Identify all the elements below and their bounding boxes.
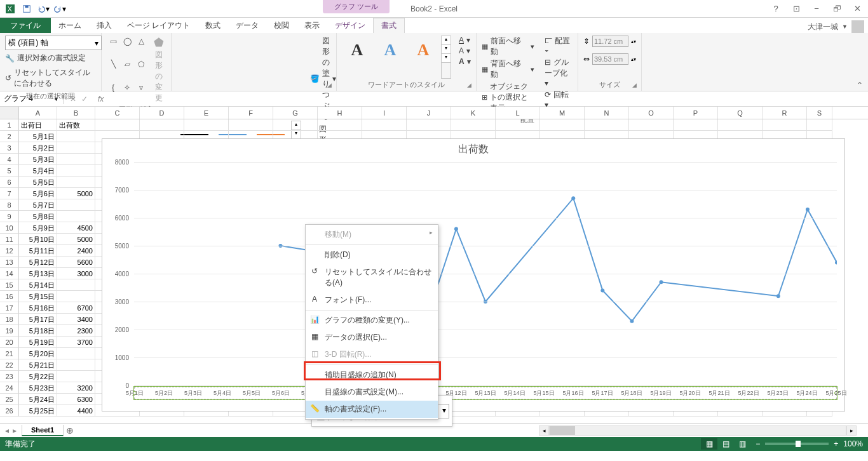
restore-button[interactable]: 🗗 xyxy=(830,4,844,13)
group-arrange: ▦ 前面へ移動 ▾ ▦ 背面へ移動 ▾ ⊞ オブジェクトの選択と表示 ⫍ 配置 … xyxy=(477,33,578,91)
align-button[interactable]: ⫍ 配置 ▾ xyxy=(545,36,573,55)
format-selection-button[interactable]: 🔧選択対象の書式設定 xyxy=(5,51,96,65)
excel-icon[interactable]: X xyxy=(3,1,18,17)
tab-nav-prev[interactable]: ◂ xyxy=(5,426,9,435)
zoom-level[interactable]: 100% xyxy=(843,439,863,448)
tab-home[interactable]: ホーム xyxy=(51,18,89,33)
tab-insert[interactable]: 挿入 xyxy=(89,18,119,33)
svg-point-17 xyxy=(806,208,810,211)
ctx-select-data[interactable]: ▦データの選択(E)... xyxy=(306,329,438,346)
group-size: ⇕11.72 cm▴▾ ⇔39.53 cm▴▾ サイズ ◢ xyxy=(578,33,642,91)
tab-nav-next[interactable]: ▸ xyxy=(13,426,17,435)
tab-review[interactable]: 校閲 xyxy=(266,18,297,33)
ribbon-tabs: ファイル ホーム 挿入 ページ レイアウト 数式 データ 校閲 表示 デザイン … xyxy=(0,18,868,33)
quick-access-toolbar: X ▾ ▾ xyxy=(0,1,70,17)
ctx-delete[interactable]: 削除(D) xyxy=(306,246,438,264)
svg-point-16 xyxy=(776,294,780,298)
view-normal-button[interactable]: ▦ xyxy=(701,438,717,450)
shape-styles-dialog-launcher[interactable]: ◢ xyxy=(327,82,335,90)
ctx-font[interactable]: Aフォント(F)... xyxy=(306,291,438,309)
window-title: Book2 - Excel xyxy=(410,4,458,13)
help-button[interactable]: ? xyxy=(769,4,783,13)
context-menu: 移動(M)▸ 削除(D) ↺リセットしてスタイルに合わせる(A) Aフォント(F… xyxy=(305,224,438,420)
group-current-selection: 横 (項目) 軸▾ 🔧選択対象の書式設定 ↺リセットしてスタイルに合わせる 現在… xyxy=(0,33,102,91)
sheet-tab-1[interactable]: Sheet1 xyxy=(22,425,64,436)
statusbar: 準備完了 ▦ ▤ ▥ − + 100% xyxy=(0,437,868,451)
group-insert-shapes: ▭◯△ ╲▱⬠ {✧▿ ⬟図形の 変更 図形の挿入 xyxy=(102,33,172,91)
text-effects-button[interactable]: A▾ xyxy=(459,57,471,66)
svg-point-13 xyxy=(600,288,604,292)
titlebar: X ▾ ▾ グラフ ツール Book2 - Excel ? ⊡ − 🗗 ✕ xyxy=(0,0,868,18)
row-headers[interactable]: 1234567891011121314151617181920212223242… xyxy=(0,119,19,423)
ctx-move: 移動(M)▸ xyxy=(306,226,438,243)
plot-area[interactable] xyxy=(134,162,837,385)
width-input[interactable]: ⇔39.53 cm▴▾ xyxy=(583,53,636,65)
tab-file[interactable]: ファイル xyxy=(0,18,51,33)
collapse-ribbon-button[interactable]: ⌃ xyxy=(854,81,865,90)
ribbon-options-button[interactable]: ⊡ xyxy=(789,4,803,13)
redo-icon[interactable]: ▾ xyxy=(52,1,67,17)
tab-design[interactable]: デザイン xyxy=(327,18,373,33)
svg-rect-5 xyxy=(25,5,28,8)
change-shape-button[interactable]: ⬟図形の 変更 xyxy=(151,36,166,104)
minimize-button[interactable]: − xyxy=(810,4,824,13)
text-fill-button[interactable]: A▾ xyxy=(459,36,471,44)
column-headers[interactable]: ABCDEFGHIJKLMNOPQRS xyxy=(0,107,868,119)
wordart-gallery[interactable]: A A A ▴▾▾ xyxy=(342,36,451,79)
bring-forward-button[interactable]: ▦ 前面へ移動 ▾ xyxy=(482,36,534,57)
svg-point-15 xyxy=(660,280,663,284)
ctx-reset[interactable]: ↺リセットしてスタイルに合わせる(A) xyxy=(306,264,438,291)
horizontal-scrollbar[interactable]: ◂▸ xyxy=(539,425,857,436)
ctx-add-minor-gridlines[interactable]: 補助目盛線の追加(N) xyxy=(306,366,438,384)
wordart-dialog-launcher[interactable]: ◢ xyxy=(467,82,475,90)
save-icon[interactable] xyxy=(19,1,34,17)
reset-style-button[interactable]: ↺リセットしてスタイルに合わせる xyxy=(5,66,96,90)
ctx-gridline-format[interactable]: 目盛線の書式設定(M)... xyxy=(306,384,438,401)
select-all-corner[interactable] xyxy=(0,107,19,119)
height-input[interactable]: ⇕11.72 cm▴▾ xyxy=(583,36,636,47)
svg-point-12 xyxy=(571,196,575,200)
tab-data[interactable]: データ xyxy=(228,18,266,33)
tab-page-layout[interactable]: ページ レイアウト xyxy=(119,18,198,33)
group-shape-styles: ▴▾▾ 🪣図形の塗りつぶし▾ ✎図形の枠線▾ ◐図形の効果▾ 図形のスタイル ◢ xyxy=(172,33,337,91)
svg-point-10 xyxy=(454,227,458,231)
y-axis[interactable]: 010002000300040005000600070008000 xyxy=(102,162,132,385)
status-ready: 準備完了 xyxy=(5,439,36,450)
view-page-break-button[interactable]: ▥ xyxy=(734,438,750,450)
send-backward-button[interactable]: ▦ 背面へ移動 ▾ xyxy=(482,58,534,80)
group-button[interactable]: ⊟ グループ化 ▾ xyxy=(545,57,573,88)
svg-point-18 xyxy=(835,260,837,264)
undo-icon[interactable]: ▾ xyxy=(36,1,51,17)
fx-icon[interactable]: fx xyxy=(94,95,107,104)
worksheet: ABCDEFGHIJKLMNOPQRS 12345678910111213141… xyxy=(0,107,868,423)
tab-formulas[interactable]: 数式 xyxy=(198,18,228,33)
x-axis-selected[interactable]: 5月1日5月2日5月3日5月4日5月5日5月6日5月7日5月8日5月9日5月10… xyxy=(134,387,837,399)
zoom-slider[interactable] xyxy=(765,443,829,445)
zoom-out-button[interactable]: − xyxy=(756,439,760,448)
size-dialog-launcher[interactable]: ◢ xyxy=(632,82,640,90)
chart-tools-contextual-tab: グラフ ツール xyxy=(323,0,390,13)
chart-elements-combo[interactable]: 横 (項目) 軸▾ xyxy=(5,36,102,50)
ctx-axis-format[interactable]: 📏軸の書式設定(F)... xyxy=(306,401,438,418)
tab-view[interactable]: 表示 xyxy=(297,18,327,33)
tab-format[interactable]: 書式 xyxy=(373,18,405,33)
ctx-change-chart-type[interactable]: 📊グラフの種類の変更(Y)... xyxy=(306,312,438,329)
zoom-in-button[interactable]: + xyxy=(834,439,838,448)
new-sheet-button[interactable]: ⊕ xyxy=(64,425,76,436)
group-wordart-styles: A A A ▴▾▾ A▾ A▾ A▾ ワードアートのスタイル ◢ xyxy=(337,33,477,91)
user-account[interactable]: 大津一城▼ xyxy=(808,20,864,33)
chart-object[interactable]: 出荷数 010002000300040005000600070008000 5月… xyxy=(102,138,845,411)
ctx-3d-rotate: ◫3-D 回転(R)... xyxy=(306,346,438,363)
shapes-gallery[interactable]: ▭◯△ ╲▱⬠ {✧▿ xyxy=(107,36,147,104)
text-outline-button[interactable]: A▾ xyxy=(459,46,471,55)
svg-point-14 xyxy=(630,319,634,323)
view-page-layout-button[interactable]: ▤ xyxy=(717,438,734,450)
close-button[interactable]: ✕ xyxy=(850,4,864,13)
svg-text:X: X xyxy=(8,4,12,12)
avatar xyxy=(851,20,864,33)
chart-title[interactable]: 出荷数 xyxy=(102,139,844,160)
ribbon: 横 (項目) 軸▾ 🔧選択対象の書式設定 ↺リセットしてスタイルに合わせる 現在… xyxy=(0,33,868,91)
